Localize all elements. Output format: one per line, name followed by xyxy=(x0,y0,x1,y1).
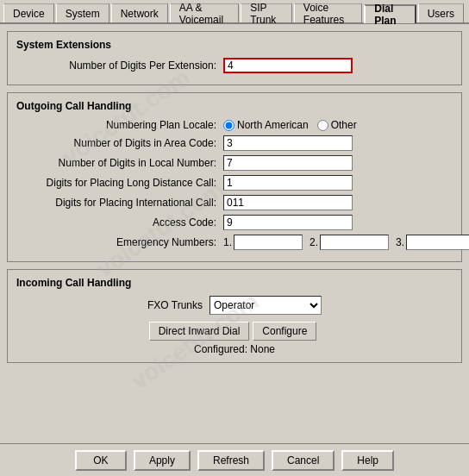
emergency-input-3[interactable] xyxy=(406,235,469,250)
access-code-input[interactable] xyxy=(223,215,353,230)
radio-north-american[interactable]: North American xyxy=(223,119,309,131)
direct-inward-dial-button[interactable]: Direct Inward Dial xyxy=(149,322,250,341)
international-input[interactable] xyxy=(223,195,353,210)
numbering-plan-radios: North American Other xyxy=(223,119,357,131)
incoming-section: Incoming Call Handling FXO Trunks Operat… xyxy=(7,269,462,363)
long-distance-row: Digits for Placing Long Distance Call: xyxy=(16,175,453,191)
incoming-title: Incoming Call Handling xyxy=(16,277,453,289)
tab-sip-trunk[interactable]: SIP Trunk xyxy=(241,3,292,22)
ok-button[interactable]: OK xyxy=(75,450,127,471)
tab-voice-features[interactable]: Voice Features xyxy=(294,3,362,22)
refresh-button[interactable]: Refresh xyxy=(197,450,265,471)
emergency-inputs: 1. 2. 3. xyxy=(223,235,469,250)
outgoing-title: Outgoing Call Handling xyxy=(16,100,453,112)
tab-network[interactable]: Network xyxy=(111,3,168,22)
emergency-input-1[interactable] xyxy=(234,235,303,250)
digits-per-ext-input[interactable] xyxy=(223,58,353,73)
long-distance-input[interactable] xyxy=(223,175,353,191)
radio-north-american-label: North American xyxy=(237,119,309,131)
configure-button[interactable]: Configure xyxy=(253,322,316,341)
emergency-num-1: 1. xyxy=(223,236,232,248)
emergency-num-3: 3. xyxy=(396,236,404,248)
access-code-row: Access Code: xyxy=(16,215,453,230)
outgoing-section: Outgoing Call Handling Numbering Plan Lo… xyxy=(7,92,462,262)
emergency-numbers-row: Emergency Numbers: 1. 2. 3. xyxy=(16,235,453,250)
numbering-plan-label: Numbering Plan Locale: xyxy=(16,119,223,131)
area-code-input[interactable] xyxy=(223,135,353,151)
button-bar: OK Apply Refresh Cancel Help xyxy=(0,443,469,476)
main-content: System Extensions Number of Digits Per E… xyxy=(0,24,469,448)
long-distance-label: Digits for Placing Long Distance Call: xyxy=(16,177,223,189)
digits-per-ext-row: Number of Digits Per Extension: xyxy=(16,58,453,73)
area-code-label: Number of Digits in Area Code: xyxy=(16,137,223,149)
radio-other-label: Other xyxy=(331,119,357,131)
help-button[interactable]: Help xyxy=(341,450,394,471)
access-code-label: Access Code: xyxy=(16,216,223,229)
emergency-input-2[interactable] xyxy=(320,235,389,250)
fxo-label: FXO Trunks xyxy=(147,299,203,311)
tab-users[interactable]: Users xyxy=(418,3,464,22)
international-label: Digits for Placing International Call: xyxy=(16,197,223,209)
system-extensions-section: System Extensions Number of Digits Per E… xyxy=(7,31,462,85)
area-code-row: Number of Digits in Area Code: xyxy=(16,135,453,151)
tab-device[interactable]: Device xyxy=(3,3,54,22)
configured-text: Configured: None xyxy=(16,343,453,355)
emergency-numbers-label: Emergency Numbers: xyxy=(16,236,223,248)
cancel-button[interactable]: Cancel xyxy=(272,450,335,471)
tab-aa-voicemail[interactable]: AA & Voicemail xyxy=(170,3,239,22)
fxo-row: FXO Trunks Operator AA Extension Voicema… xyxy=(16,296,453,315)
digits-per-ext-label: Number of Digits Per Extension: xyxy=(16,60,223,72)
radio-other[interactable]: Other xyxy=(317,119,357,131)
tab-bar: Device System Network AA & Voicemail SIP… xyxy=(0,0,469,24)
international-row: Digits for Placing International Call: xyxy=(16,195,453,210)
local-number-row: Number of Digits in Local Number: xyxy=(16,155,453,171)
numbering-plan-row: Numbering Plan Locale: North American Ot… xyxy=(16,119,453,131)
emergency-num-2: 2. xyxy=(310,236,318,248)
local-number-label: Number of Digits in Local Number: xyxy=(16,157,223,169)
did-row: Direct Inward Dial Configure xyxy=(16,322,453,341)
local-number-input[interactable] xyxy=(223,155,353,171)
tab-system[interactable]: System xyxy=(56,3,109,22)
apply-button[interactable]: Apply xyxy=(134,450,191,471)
tab-dial-plan[interactable]: Dial Plan xyxy=(364,4,416,23)
system-extensions-title: System Extensions xyxy=(16,39,453,51)
fxo-select[interactable]: Operator AA Extension Voicemail xyxy=(209,296,322,315)
